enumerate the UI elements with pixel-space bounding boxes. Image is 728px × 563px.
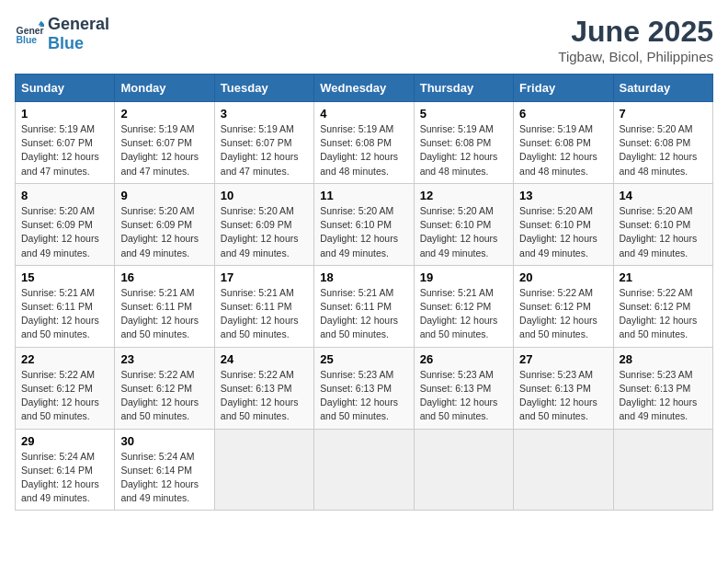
day-info: Sunrise: 5:21 AMSunset: 6:12 PMDaylight:…	[420, 287, 498, 340]
calendar-cell: 5 Sunrise: 5:19 AMSunset: 6:08 PMDayligh…	[414, 102, 513, 184]
day-info: Sunrise: 5:20 AMSunset: 6:10 PMDaylight:…	[620, 205, 698, 259]
day-number: 28	[620, 352, 707, 366]
header-friday: Friday	[514, 75, 613, 102]
calendar-cell: 23 Sunrise: 5:22 AMSunset: 6:12 PMDaylig…	[115, 347, 214, 429]
day-number: 7	[620, 107, 707, 121]
calendar-cell: 10 Sunrise: 5:20 AMSunset: 6:09 PMDaylig…	[214, 183, 313, 265]
calendar-week-row: 1 Sunrise: 5:19 AMSunset: 6:07 PMDayligh…	[16, 102, 713, 184]
logo-wordmark: General Blue	[48, 15, 109, 53]
day-number: 23	[120, 352, 208, 366]
calendar-cell: 9 Sunrise: 5:20 AMSunset: 6:09 PMDayligh…	[115, 183, 214, 265]
day-number: 29	[21, 434, 108, 448]
calendar-week-row: 15 Sunrise: 5:21 AMSunset: 6:11 PMDaylig…	[16, 265, 713, 347]
day-number: 11	[320, 189, 407, 202]
svg-text:General: General	[17, 26, 44, 36]
day-number: 13	[519, 189, 607, 202]
day-number: 27	[519, 352, 607, 366]
day-number: 17	[221, 270, 308, 284]
calendar-cell: 12 Sunrise: 5:20 AMSunset: 6:10 PMDaylig…	[414, 183, 513, 265]
day-number: 9	[120, 189, 208, 202]
day-info: Sunrise: 5:23 AMSunset: 6:13 PMDaylight:…	[320, 369, 398, 422]
calendar-cell: 21 Sunrise: 5:22 AMSunset: 6:12 PMDaylig…	[613, 265, 712, 347]
header-saturday: Saturday	[613, 75, 712, 102]
calendar-cell: 27 Sunrise: 5:23 AMSunset: 6:13 PMDaylig…	[514, 347, 613, 429]
header-tuesday: Tuesday	[214, 75, 313, 102]
day-info: Sunrise: 5:20 AMSunset: 6:09 PMDaylight:…	[120, 205, 199, 259]
day-info: Sunrise: 5:20 AMSunset: 6:10 PMDaylight:…	[420, 205, 498, 259]
day-number: 15	[21, 270, 108, 284]
calendar-cell: 13 Sunrise: 5:20 AMSunset: 6:10 PMDaylig…	[514, 183, 613, 265]
day-info: Sunrise: 5:24 AMSunset: 6:14 PMDaylight:…	[21, 451, 99, 504]
header-thursday: Thursday	[414, 75, 513, 102]
calendar-title: June 2025	[558, 15, 713, 49]
day-info: Sunrise: 5:20 AMSunset: 6:08 PMDaylight:…	[620, 123, 698, 177]
day-number: 22	[21, 352, 108, 366]
day-number: 6	[519, 107, 607, 121]
day-number: 8	[21, 189, 108, 202]
day-number: 3	[221, 107, 308, 121]
calendar-cell: 20 Sunrise: 5:22 AMSunset: 6:12 PMDaylig…	[514, 265, 613, 347]
calendar-cell: 30 Sunrise: 5:24 AMSunset: 6:14 PMDaylig…	[115, 429, 214, 511]
day-number: 24	[221, 352, 308, 366]
days-header-row: Sunday Monday Tuesday Wednesday Thursday…	[16, 75, 713, 102]
calendar-cell: 2 Sunrise: 5:19 AMSunset: 6:07 PMDayligh…	[115, 102, 214, 184]
calendar-cell: 11 Sunrise: 5:20 AMSunset: 6:10 PMDaylig…	[314, 183, 414, 265]
day-number: 21	[620, 270, 707, 284]
calendar-cell: 16 Sunrise: 5:21 AMSunset: 6:11 PMDaylig…	[115, 265, 214, 347]
day-info: Sunrise: 5:22 AMSunset: 6:13 PMDaylight:…	[221, 369, 299, 422]
calendar-cell: 1 Sunrise: 5:19 AMSunset: 6:07 PMDayligh…	[16, 102, 115, 184]
calendar-week-row: 22 Sunrise: 5:22 AMSunset: 6:12 PMDaylig…	[16, 347, 713, 429]
day-info: Sunrise: 5:24 AMSunset: 6:14 PMDaylight:…	[120, 451, 199, 504]
day-info: Sunrise: 5:22 AMSunset: 6:12 PMDaylight:…	[120, 369, 199, 422]
day-number: 2	[120, 107, 208, 121]
calendar-subtitle: Tigbaw, Bicol, Philippines	[558, 49, 713, 64]
day-info: Sunrise: 5:19 AMSunset: 6:07 PMDaylight:…	[21, 123, 99, 177]
day-number: 20	[519, 270, 607, 284]
header-monday: Monday	[115, 75, 214, 102]
day-info: Sunrise: 5:19 AMSunset: 6:07 PMDaylight:…	[221, 123, 299, 177]
svg-text:Blue: Blue	[17, 35, 38, 45]
day-number: 5	[420, 107, 507, 121]
day-number: 10	[221, 189, 308, 202]
calendar-cell: 25 Sunrise: 5:23 AMSunset: 6:13 PMDaylig…	[314, 347, 414, 429]
day-info: Sunrise: 5:19 AMSunset: 6:08 PMDaylight:…	[320, 123, 398, 177]
day-number: 26	[420, 352, 507, 366]
day-info: Sunrise: 5:20 AMSunset: 6:09 PMDaylight:…	[21, 205, 99, 259]
day-number: 14	[620, 189, 707, 202]
calendar-cell: 24 Sunrise: 5:22 AMSunset: 6:13 PMDaylig…	[214, 347, 313, 429]
calendar-week-row: 8 Sunrise: 5:20 AMSunset: 6:09 PMDayligh…	[16, 183, 713, 265]
day-info: Sunrise: 5:20 AMSunset: 6:09 PMDaylight:…	[221, 205, 299, 259]
calendar-cell: 28 Sunrise: 5:23 AMSunset: 6:13 PMDaylig…	[613, 347, 712, 429]
calendar-cell: 26 Sunrise: 5:23 AMSunset: 6:13 PMDaylig…	[414, 347, 513, 429]
day-info: Sunrise: 5:22 AMSunset: 6:12 PMDaylight:…	[620, 287, 698, 340]
day-info: Sunrise: 5:23 AMSunset: 6:13 PMDaylight:…	[420, 369, 498, 422]
day-number: 16	[120, 270, 208, 284]
calendar-cell: 18 Sunrise: 5:21 AMSunset: 6:11 PMDaylig…	[314, 265, 414, 347]
calendar-cell: 4 Sunrise: 5:19 AMSunset: 6:08 PMDayligh…	[314, 102, 414, 184]
header-sunday: Sunday	[16, 75, 115, 102]
calendar-cell	[613, 429, 712, 511]
calendar-cell: 19 Sunrise: 5:21 AMSunset: 6:12 PMDaylig…	[414, 265, 513, 347]
day-info: Sunrise: 5:21 AMSunset: 6:11 PMDaylight:…	[320, 287, 398, 340]
title-area: June 2025 Tigbaw, Bicol, Philippines	[558, 15, 713, 64]
calendar-cell: 15 Sunrise: 5:21 AMSunset: 6:11 PMDaylig…	[16, 265, 115, 347]
calendar-table: Sunday Monday Tuesday Wednesday Thursday…	[15, 74, 713, 511]
day-info: Sunrise: 5:20 AMSunset: 6:10 PMDaylight:…	[519, 205, 597, 259]
header-wednesday: Wednesday	[314, 75, 414, 102]
day-info: Sunrise: 5:22 AMSunset: 6:12 PMDaylight:…	[519, 287, 597, 340]
calendar-cell	[514, 429, 613, 511]
day-info: Sunrise: 5:23 AMSunset: 6:13 PMDaylight:…	[519, 369, 597, 422]
header: General Blue General Blue June 2025 Tigb…	[15, 15, 713, 64]
calendar-cell: 8 Sunrise: 5:20 AMSunset: 6:09 PMDayligh…	[16, 183, 115, 265]
day-info: Sunrise: 5:19 AMSunset: 6:07 PMDaylight:…	[120, 123, 199, 177]
calendar-cell	[214, 429, 313, 511]
calendar-cell: 7 Sunrise: 5:20 AMSunset: 6:08 PMDayligh…	[613, 102, 712, 184]
page-container: General Blue General Blue June 2025 Tigb…	[15, 15, 713, 511]
calendar-cell: 17 Sunrise: 5:21 AMSunset: 6:11 PMDaylig…	[214, 265, 313, 347]
day-info: Sunrise: 5:22 AMSunset: 6:12 PMDaylight:…	[21, 369, 99, 422]
day-number: 30	[120, 434, 208, 448]
day-info: Sunrise: 5:21 AMSunset: 6:11 PMDaylight:…	[21, 287, 99, 340]
day-info: Sunrise: 5:19 AMSunset: 6:08 PMDaylight:…	[519, 123, 597, 177]
day-number: 18	[320, 270, 407, 284]
day-number: 1	[21, 107, 108, 121]
